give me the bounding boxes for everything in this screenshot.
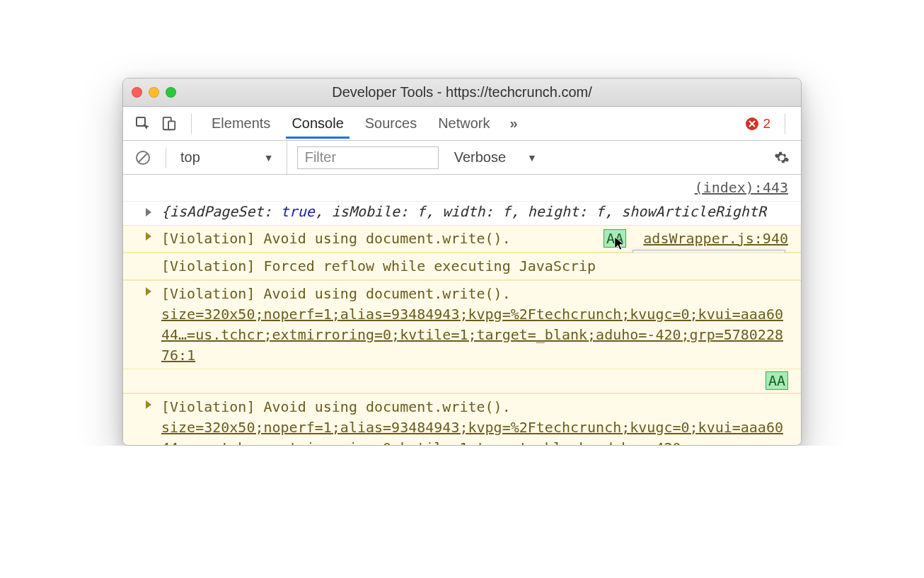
log-level-value: Verbose	[454, 149, 506, 166]
maximize-window-button[interactable]	[166, 87, 176, 98]
console-toolbar: top ▼ Filter Verbose ▼	[123, 141, 801, 175]
context-selector[interactable]: top ▼	[180, 141, 287, 174]
filter-placeholder: Filter	[305, 149, 336, 166]
log-level-selector[interactable]: Verbose ▼	[454, 149, 537, 166]
panel-tabs: Elements Console Sources Network » 2	[123, 107, 801, 141]
expand-arrow-icon[interactable]	[146, 232, 151, 241]
console-messages: (index):443 {isAdPageSet: true, isMobile…	[123, 175, 801, 445]
tab-network[interactable]: Network	[432, 108, 495, 139]
console-row[interactable]: {isAdPageSet: true, isMobile: f, width: …	[123, 202, 801, 225]
svg-rect-2	[168, 121, 175, 129]
more-tabs-icon[interactable]: »	[506, 115, 522, 132]
chevron-down-icon: ▼	[264, 152, 274, 163]
message-text: {isAdPageSet: true, isMobile: f, width: …	[161, 203, 766, 220]
source-link[interactable]: adsWrapper.js:940	[643, 230, 788, 247]
traffic-lights	[132, 87, 176, 98]
request-url-link[interactable]: size=320x50;noperf=1;alias=93484943;kvpg…	[161, 419, 783, 445]
console-row: [Violation] Forced reflow while executin…	[123, 253, 801, 280]
message-text: [Violation] Avoid using document.write()…	[161, 398, 511, 415]
window-title: Developer Tools - https://techcrunch.com…	[123, 84, 801, 100]
settings-icon[interactable]	[774, 150, 790, 166]
divider	[191, 114, 192, 134]
error-icon	[746, 117, 758, 130]
console-row[interactable]: [Violation] Avoid using document.write()…	[123, 393, 801, 445]
expand-arrow-icon[interactable]	[146, 400, 151, 409]
message-text: [Violation] Avoid using document.write()…	[161, 285, 511, 302]
context-value: top	[180, 149, 200, 166]
thirdparty-badge[interactable]: AA	[766, 371, 788, 390]
chevron-down-icon: ▼	[527, 152, 537, 163]
mouse-cursor-icon	[613, 236, 626, 251]
console-row[interactable]: [Violation] Avoid using document.write()…	[123, 225, 801, 253]
minimize-window-button[interactable]	[149, 87, 159, 98]
devtools-window: Developer Tools - https://techcrunch.com…	[122, 78, 802, 446]
clear-console-icon[interactable]	[134, 149, 151, 166]
device-toolbar-icon[interactable]	[161, 116, 177, 132]
message-text: [Violation] Avoid using document.write()…	[161, 230, 511, 247]
tab-sources[interactable]: Sources	[359, 108, 422, 139]
console-row-badge: AA	[123, 369, 801, 393]
tab-console[interactable]: Console	[286, 108, 349, 139]
message-text: [Violation] Forced reflow while executin…	[161, 258, 596, 274]
error-count-value: 2	[763, 116, 770, 132]
filter-input[interactable]: Filter	[297, 146, 439, 169]
source-link[interactable]: (index):443	[695, 179, 788, 196]
divider	[166, 148, 166, 168]
tab-elements[interactable]: Elements	[206, 108, 276, 139]
inspect-element-icon[interactable]	[134, 115, 151, 132]
close-window-button[interactable]	[132, 87, 142, 98]
console-row: (index):443	[123, 175, 801, 202]
console-row[interactable]: [Violation] Avoid using document.write()…	[123, 280, 801, 369]
divider	[785, 114, 785, 134]
title-bar: Developer Tools - https://techcrunch.com…	[123, 79, 801, 107]
expand-arrow-icon[interactable]	[146, 287, 151, 296]
error-count-badge[interactable]: 2	[746, 116, 770, 132]
expand-arrow-icon[interactable]	[146, 208, 151, 216]
request-url-link[interactable]: size=320x50;noperf=1;alias=93484943;kvpg…	[161, 306, 783, 364]
